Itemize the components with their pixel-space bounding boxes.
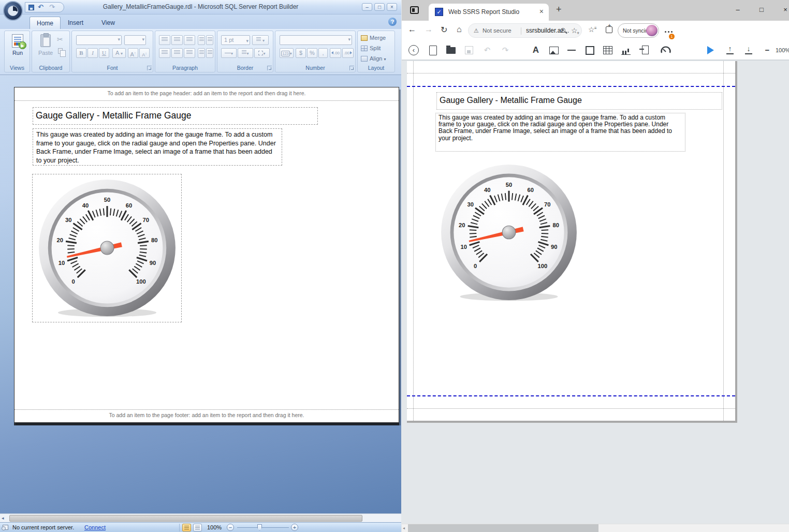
tab-home[interactable]: Home (30, 17, 61, 29)
report-title-textbox[interactable]: Gauge Gallery - Metallic Frame Gauge (33, 107, 318, 125)
border-width-select[interactable]: 1 pt▾ (221, 35, 250, 45)
decrease-decimals-button[interactable]: .00 (342, 48, 354, 58)
redo-button[interactable]: ↷ (499, 44, 512, 56)
run-report-button[interactable] (704, 44, 717, 56)
number-format-button[interactable]: 123▾ (280, 48, 294, 58)
favorites-button[interactable]: ☆ (588, 25, 595, 34)
border-color-button[interactable]: ▾ (238, 48, 253, 58)
save-icon[interactable] (28, 5, 34, 10)
report-description-textbox[interactable]: This gauge was created by adding an imag… (435, 113, 685, 152)
report-page[interactable]: To add an item to the page header: add a… (14, 87, 399, 423)
increase-decimals-button[interactable]: .00 (330, 48, 341, 58)
close-button[interactable]: × (777, 0, 789, 21)
decrease-indent-button[interactable] (198, 35, 205, 45)
save-report-button[interactable] (463, 44, 475, 56)
page-header-boundary[interactable] (407, 86, 735, 87)
align-middle-button[interactable] (171, 35, 183, 45)
merge-button[interactable]: Merge (361, 34, 386, 41)
report-canvas[interactable]: Gauge Gallery - Metallic Frame Gauge Thi… (407, 61, 737, 423)
connect-link[interactable]: Connect (84, 524, 106, 530)
align-center-button[interactable] (171, 48, 183, 58)
bullets-button[interactable] (198, 48, 205, 58)
thousands-separator-button[interactable]: , (318, 48, 328, 58)
scroll-left-icon[interactable]: ◂ (2, 515, 4, 521)
download-button[interactable]: ↓ (742, 44, 755, 56)
scrollbar-thumb[interactable] (408, 524, 598, 532)
zoom-in-button[interactable]: + (291, 524, 298, 531)
insert-table-button[interactable] (602, 44, 614, 56)
copy-icon[interactable] (58, 48, 63, 54)
fill-color-button[interactable]: ▾ (252, 35, 269, 45)
security-label[interactable]: Not secure (483, 24, 512, 38)
undo-icon[interactable]: ↶ (38, 3, 43, 12)
scrollbar-thumb[interactable] (9, 515, 362, 522)
redo-icon[interactable]: ↷ (49, 3, 55, 12)
help-icon[interactable]: ? (388, 18, 397, 26)
underline-button[interactable]: U (99, 48, 109, 58)
refresh-button[interactable]: ↻ (441, 25, 447, 35)
font-family-select[interactable]: ▾ (76, 35, 122, 45)
tab-view[interactable]: View (95, 17, 122, 29)
insert-gauge-button[interactable] (660, 44, 672, 56)
percent-button[interactable]: % (307, 48, 317, 58)
insert-subreport-button[interactable] (639, 44, 651, 56)
home-button[interactable]: ⌂ (457, 25, 462, 34)
profile-button[interactable]: Not syncing (618, 23, 659, 38)
back-button[interactable]: ← (408, 25, 416, 34)
border-dialog-launcher-icon[interactable] (267, 66, 272, 70)
insert-image-button[interactable] (548, 44, 560, 56)
align-right-button[interactable] (184, 48, 195, 58)
font-size-select[interactable]: ▾ (124, 35, 146, 45)
insert-chart-button[interactable] (620, 44, 632, 56)
cut-icon[interactable]: ✂ (57, 35, 63, 43)
font-dialog-launcher-icon[interactable] (147, 66, 152, 70)
insert-rectangle-button[interactable] (583, 44, 596, 56)
zoom-slider-track[interactable] (237, 527, 289, 528)
horizontal-scrollbar[interactable]: ◂ (402, 524, 789, 532)
design-view-button[interactable] (182, 524, 191, 531)
application-menu-button[interactable] (3, 1, 23, 21)
tab-close-icon[interactable]: × (539, 7, 544, 16)
run-view-button[interactable] (193, 524, 202, 531)
tab-search-icon[interactable] (410, 6, 419, 14)
address-bar[interactable]: ⚠ Not secure ssrsbuilder.az... ☆ + (468, 23, 582, 38)
gauge-report-item[interactable]: 0102030405060708090100 (32, 174, 182, 322)
align-top-button[interactable] (159, 35, 170, 45)
collections-icon[interactable] (606, 26, 612, 33)
zoom-out-button[interactable]: − (227, 524, 234, 531)
metallic-gauge[interactable]: 0102030405060708090100 (439, 162, 579, 302)
browser-tab[interactable]: ✓ Web SSRS Report Studio × (429, 4, 549, 21)
tab-insert[interactable]: Insert (61, 17, 90, 29)
zoom-slider-thumb[interactable] (257, 524, 262, 530)
currency-button[interactable]: $ (296, 48, 306, 58)
new-report-button[interactable] (427, 44, 439, 56)
close-button[interactable]: × (387, 3, 397, 11)
paste-button[interactable]: Paste (36, 34, 55, 56)
increase-indent-button[interactable] (206, 35, 213, 45)
insert-line-button[interactable] (565, 44, 578, 56)
zoom-out-page-icon[interactable] (561, 28, 565, 33)
italic-button[interactable]: I (87, 48, 98, 58)
split-button[interactable]: Split (361, 45, 381, 52)
align-button[interactable]: Align ▾ (361, 55, 386, 63)
browser-menu-icon[interactable] (665, 31, 666, 33)
collapse-panel-button[interactable]: ‹ (408, 44, 421, 56)
grow-font-button[interactable]: A↑ (128, 48, 138, 58)
borders-button[interactable]: ▾ (254, 48, 270, 58)
page-footer-boundary[interactable] (407, 395, 735, 396)
undo-button[interactable]: ↶ (481, 44, 493, 56)
border-style-button[interactable]: ▾ (221, 48, 237, 58)
scroll-left-icon[interactable]: ◂ (403, 526, 405, 530)
maximize-button[interactable]: □ (753, 0, 770, 21)
number-dialog-launcher-icon[interactable] (349, 66, 354, 70)
report-title-textbox[interactable]: Gauge Gallery - Metallic Frame Gauge (436, 92, 722, 110)
minimize-button[interactable]: – (729, 0, 747, 21)
font-color-button[interactable]: A ▾ (112, 48, 126, 58)
open-report-button[interactable] (445, 44, 457, 56)
number-format-select[interactable]: ▾ (280, 35, 352, 45)
horizontal-scrollbar[interactable]: ◂ (0, 513, 401, 522)
report-description-textbox[interactable]: This gauge was created by adding an imag… (33, 128, 282, 166)
shrink-font-button[interactable]: A↓ (139, 48, 150, 58)
maximize-button[interactable]: □ (374, 3, 385, 11)
upload-button[interactable]: ↑ (724, 44, 736, 56)
